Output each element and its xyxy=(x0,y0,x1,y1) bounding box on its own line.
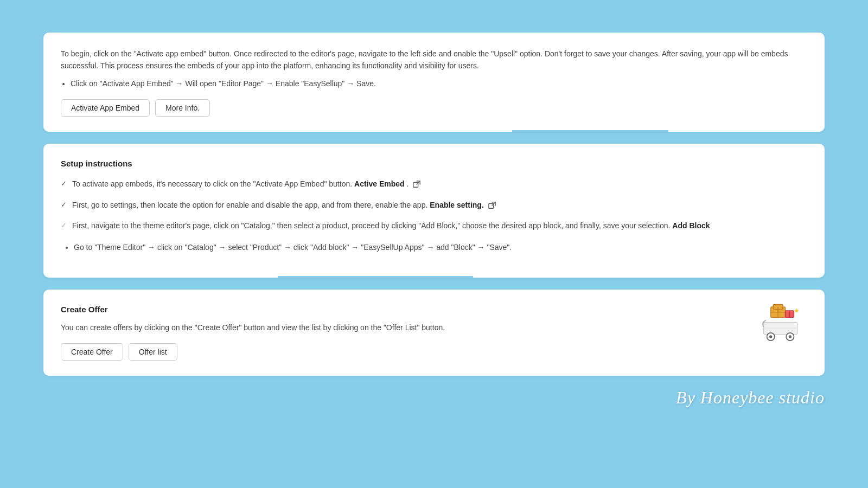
offer-title: Create Offer xyxy=(61,305,445,314)
footer-brand: By Honeybee studio xyxy=(43,388,825,408)
svg-rect-8 xyxy=(763,322,797,334)
cart-illustration: ★ xyxy=(758,302,807,345)
intro-bullet: Click on "Activate App Embed" → Will ope… xyxy=(71,78,807,89)
intro-paragraph: To begin, click on the "Activate app emb… xyxy=(61,48,807,72)
setup-item-2-text: First, go to settings, then locate the o… xyxy=(72,199,496,211)
checkmark-icon-2: ✓ xyxy=(61,200,67,211)
checkmark-icon-1: ✓ xyxy=(61,178,67,190)
setup-list: ✓ To activate app embeds, it's necessary… xyxy=(61,178,807,254)
more-info-button[interactable]: More Info. xyxy=(155,99,210,117)
sub-bullet-item: Go to "Theme Editor" → click on "Catalog… xyxy=(74,241,512,253)
create-offer-button[interactable]: Create Offer xyxy=(61,343,123,361)
offer-description: You can create offers by clicking on the… xyxy=(61,322,445,333)
svg-point-12 xyxy=(789,335,792,338)
svg-text:★: ★ xyxy=(794,306,800,314)
svg-point-10 xyxy=(769,335,772,338)
setup-item-3-subbullet: Go to "Theme Editor" → click on "Catalog… xyxy=(74,241,512,253)
offer-card: Create Offer You can create offers by cl… xyxy=(43,290,825,376)
setup-item-3-bold: Add Block xyxy=(672,221,710,230)
intro-button-row: Activate App Embed More Info. xyxy=(61,99,807,117)
external-link-icon-2 xyxy=(488,202,496,209)
setup-item-1-text: To activate app embeds, it's necessary t… xyxy=(72,178,420,190)
checkmark-icon-3: ✓ xyxy=(61,220,67,232)
offer-card-content: Create Offer You can create offers by cl… xyxy=(61,305,445,361)
setup-card: Setup instructions ✓ To activate app emb… xyxy=(43,144,825,278)
activate-app-embed-button[interactable]: Activate App Embed xyxy=(61,99,150,117)
setup-item-3: ✓ First, navigate to the theme editor's … xyxy=(61,220,807,254)
setup-title: Setup instructions xyxy=(61,159,807,168)
setup-item-3-text: First, navigate to the theme editor's pa… xyxy=(72,220,710,232)
intro-card: To begin, click on the "Activate app emb… xyxy=(43,33,825,132)
external-link-icon-1 xyxy=(413,181,420,188)
setup-item-2-bold: Enable setting. xyxy=(430,201,484,209)
setup-item-1: ✓ To activate app embeds, it's necessary… xyxy=(61,178,807,190)
setup-item-2: ✓ First, go to settings, then locate the… xyxy=(61,199,807,211)
setup-item-1-bold: Active Embed xyxy=(354,179,405,188)
brand-text: By Honeybee studio xyxy=(676,388,825,407)
offer-button-row: Create Offer Offer list xyxy=(61,343,445,361)
offer-list-button[interactable]: Offer list xyxy=(129,343,177,361)
